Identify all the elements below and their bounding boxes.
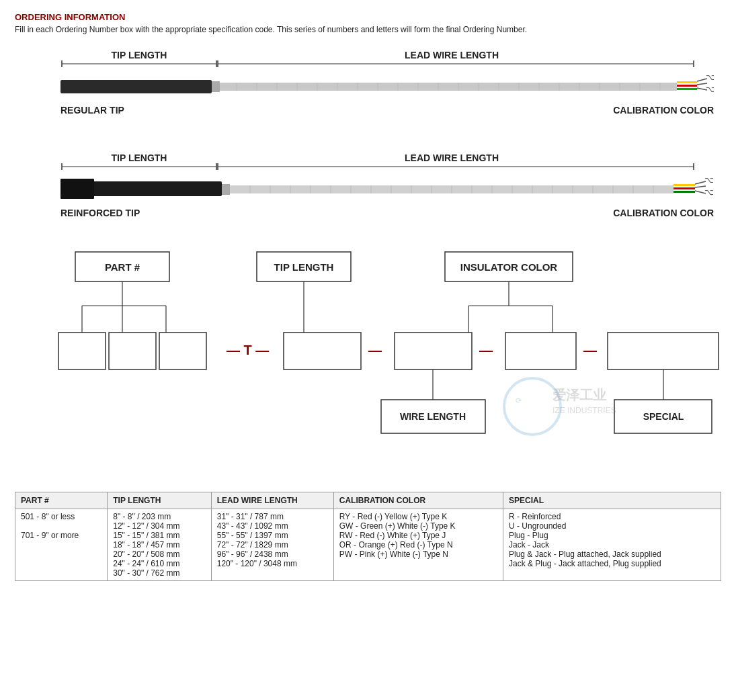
svg-text:⌥: ⌥ <box>706 85 714 94</box>
svg-text:⌥: ⌥ <box>704 175 714 185</box>
svg-text:SPECIAL: SPECIAL <box>643 411 684 422</box>
ordering-description: Fill in each Ordering Number box with th… <box>15 25 721 34</box>
tip-5: 20" - 20" / 508 mm <box>113 550 205 559</box>
special-3: Plug - Plug <box>509 531 715 540</box>
svg-text:LEAD WIRE LENGTH: LEAD WIRE LENGTH <box>405 152 499 163</box>
lead-5: 96" - 96" / 2438 mm <box>217 550 328 559</box>
ordering-title: ORDERING INFORMATION <box>15 12 721 22</box>
col-header-special: SPECIAL <box>503 492 721 509</box>
lead-4: 72" - 72" / 1829 mm <box>217 540 328 550</box>
svg-rect-106 <box>284 333 361 369</box>
svg-rect-108 <box>395 333 472 369</box>
tip-1: 8" - 8" / 203 mm <box>113 512 205 521</box>
col-header-lead: LEAD WIRE LENGTH <box>211 492 333 509</box>
svg-text:CALIBRATION COLOR: CALIBRATION COLOR <box>613 105 714 116</box>
svg-text:TIP LENGTH: TIP LENGTH <box>274 261 334 273</box>
svg-rect-33 <box>677 81 697 83</box>
cal-1: RY - Red (-) Yellow (+) Type K <box>339 512 497 521</box>
ordering-table: PART # TIP LENGTH LEAD WIRE LENGTH CALIB… <box>15 492 721 581</box>
svg-text:— T —: — T — <box>227 343 269 357</box>
svg-rect-8 <box>60 80 212 93</box>
svg-text:TIP LENGTH: TIP LENGTH <box>112 50 167 60</box>
svg-text:REGULAR TIP: REGULAR TIP <box>60 105 124 116</box>
reinforced-probe-svg: TIP LENGTH LEAD WIRE LENGTH <box>15 149 714 230</box>
svg-text:PART #: PART # <box>105 261 140 273</box>
svg-text:—: — <box>479 343 493 357</box>
col-header-tip: TIP LENGTH <box>108 492 211 509</box>
special-4: Jack - Jack <box>509 540 715 550</box>
special-1: R - Reinforced <box>509 512 715 521</box>
col-header-part: PART # <box>15 492 108 509</box>
svg-rect-110 <box>505 333 576 369</box>
svg-rect-77 <box>673 187 695 189</box>
svg-text:⌥: ⌥ <box>706 73 714 82</box>
col-header-cal: CALIBRATION COLOR <box>333 492 503 509</box>
tip-2: 12" - 12" / 304 mm <box>113 521 205 531</box>
cal-2: GW - Green (+) White (-) Type K <box>339 521 497 531</box>
part-501: 501 - 8" or less <box>21 512 101 521</box>
part-701: 701 - 9" or more <box>21 531 101 540</box>
tip-length-cell: 8" - 8" / 203 mm 12" - 12" / 304 mm 15" … <box>108 509 211 581</box>
lead-1: 31" - 31" / 787 mm <box>217 512 328 521</box>
lead-3: 55" - 55" / 1397 mm <box>217 531 328 540</box>
tip-4: 18" - 18" / 457 mm <box>113 540 205 550</box>
table-row: 501 - 8" or less 701 - 9" or more 8" - 8… <box>15 509 721 581</box>
svg-rect-76 <box>673 184 695 186</box>
svg-rect-103 <box>109 333 156 369</box>
tip-3: 15" - 15" / 381 mm <box>113 531 205 540</box>
special-2: U - Ungrounded <box>509 521 715 531</box>
tip-6: 24" - 24" / 610 mm <box>113 559 205 568</box>
svg-text:LEAD WIRE LENGTH: LEAD WIRE LENGTH <box>405 50 499 60</box>
svg-text:INSULATOR COLOR: INSULATOR COLOR <box>460 261 558 273</box>
svg-text:CALIBRATION COLOR: CALIBRATION COLOR <box>613 208 714 218</box>
svg-rect-52 <box>60 179 94 199</box>
svg-text:WIRE LENGTH: WIRE LENGTH <box>400 411 466 422</box>
svg-rect-10 <box>220 83 677 91</box>
part-diagram-svg: PART # TIP LENGTH INSULATOR COLOR <box>22 245 734 474</box>
special-6: Jack & Plug - Jack attached, Plug suppli… <box>509 559 715 568</box>
svg-text:⟳: ⟳ <box>516 396 522 404</box>
regular-probe-svg: TIP LENGTH LEAD WIRE LENGTH <box>15 46 714 127</box>
svg-text:—: — <box>368 343 382 357</box>
svg-rect-53 <box>222 184 230 195</box>
svg-rect-102 <box>58 333 106 369</box>
svg-rect-78 <box>673 191 695 193</box>
reinforced-tip-diagram: TIP LENGTH LEAD WIRE LENGTH <box>15 149 721 232</box>
svg-rect-112 <box>608 333 719 369</box>
cal-color-cell: RY - Red (-) Yellow (+) Type K GW - Gree… <box>333 509 503 581</box>
special-5: Plug & Jack - Plug attached, Jack suppli… <box>509 550 715 559</box>
svg-rect-35 <box>677 88 697 90</box>
lead-2: 43" - 43" / 1092 mm <box>217 521 328 531</box>
probe-diagrams: TIP LENGTH LEAD WIRE LENGTH <box>15 46 721 232</box>
cal-5: PW - Pink (+) White (-) Type N <box>339 550 497 559</box>
svg-rect-104 <box>159 333 206 369</box>
svg-text:⌥: ⌥ <box>704 187 714 197</box>
tip-7: 30" - 30" / 762 mm <box>113 568 205 578</box>
lead-wire-cell: 31" - 31" / 787 mm 43" - 43" / 1092 mm 5… <box>211 509 333 581</box>
part-number-cell: 501 - 8" or less 701 - 9" or more <box>15 509 108 581</box>
regular-tip-diagram: TIP LENGTH LEAD WIRE LENGTH <box>15 46 721 129</box>
svg-text:REINFORCED TIP: REINFORCED TIP <box>60 208 140 218</box>
svg-text:爱泽工业: 爱泽工业 <box>553 388 607 402</box>
cal-3: RW - Red (-) White (+) Type J <box>339 531 497 540</box>
svg-rect-9 <box>212 81 220 92</box>
svg-text:IZE INDUSTRIES: IZE INDUSTRIES <box>553 406 616 415</box>
part-number-diagram: PART # TIP LENGTH INSULATOR COLOR <box>22 245 721 476</box>
cal-4: OR - Orange (+) Red (-) Type N <box>339 540 497 550</box>
lead-6: 120" - 120" / 3048 mm <box>217 559 328 568</box>
special-cell: R - Reinforced U - Ungrounded Plug - Plu… <box>503 509 721 581</box>
svg-rect-34 <box>677 85 697 87</box>
svg-text:TIP LENGTH: TIP LENGTH <box>112 152 167 163</box>
svg-text:—: — <box>583 343 597 357</box>
